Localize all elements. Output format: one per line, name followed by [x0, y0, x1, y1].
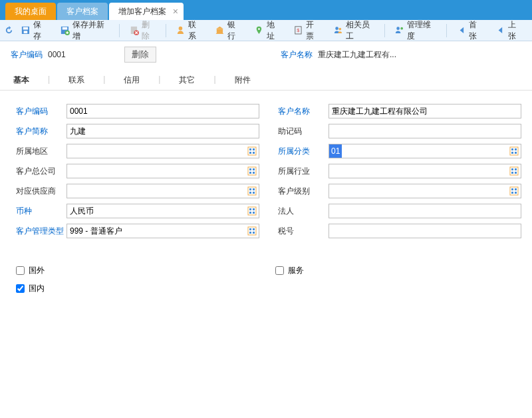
field-label: 所属地区 — [11, 146, 66, 157]
refresh-icon[interactable] — [4, 25, 14, 36]
svg-rect-22 — [253, 152, 255, 154]
sub-tab-credit[interactable]: 信用 — [121, 71, 142, 90]
customer-code-value: 0001 — [48, 50, 66, 59]
lookup-button[interactable] — [245, 144, 259, 158]
save-and-new-button[interactable]: 保存并新增 — [55, 17, 115, 44]
delete-icon — [129, 25, 139, 36]
field-mgmt-type: 客户管理类型 — [11, 224, 259, 238]
domestic-checkbox[interactable] — [16, 284, 25, 293]
sub-tab-attach[interactable]: 附件 — [232, 71, 253, 90]
dimension-button[interactable]: 管理维度 — [389, 17, 442, 44]
bank-button[interactable]: 银行 — [209, 17, 247, 44]
svg-rect-25 — [515, 148, 517, 150]
invoice-button[interactable]: $ 开票 — [288, 17, 326, 44]
sub-tab-other[interactable]: 其它 — [176, 71, 198, 90]
contact-icon — [176, 25, 186, 36]
customer-short-input[interactable] — [66, 124, 259, 138]
svg-rect-36 — [511, 172, 513, 174]
level-input[interactable] — [329, 184, 521, 198]
mnemonic-input[interactable] — [329, 124, 521, 138]
contact-button[interactable]: 联系 — [170, 17, 208, 44]
tab-add-customer-archive[interactable]: 增加客户档案 × — [109, 3, 184, 20]
first-page-button[interactable]: 首张 — [451, 17, 489, 44]
svg-rect-42 — [253, 192, 255, 194]
svg-rect-4 — [63, 27, 67, 30]
region-input[interactable] — [66, 144, 259, 158]
field-customer-name: 客户名称 — [273, 104, 521, 118]
svg-rect-33 — [510, 167, 518, 175]
svg-rect-1 — [23, 27, 28, 30]
field-label: 客户名称 — [273, 106, 329, 117]
customer-code-input[interactable] — [66, 104, 259, 118]
prev-page-button[interactable]: 上张 — [490, 17, 528, 44]
svg-rect-29 — [249, 168, 251, 170]
toolbar: 保存 保存并新增 删除 联系 银行 地址 $ 开票 相关员工 管理维度 首张 — [0, 20, 532, 41]
toolbar-label: 银行 — [227, 19, 242, 42]
tab-desktop[interactable]: 我的桌面 — [5, 3, 56, 20]
field-label: 币种 — [11, 206, 66, 217]
field-category: 所属分类 01 — [273, 144, 521, 158]
header-delete-button[interactable]: 删除 — [124, 47, 156, 63]
toolbar-label: 删除 — [142, 19, 156, 42]
toolbar-label: 管理维度 — [407, 19, 437, 42]
svg-rect-20 — [253, 148, 255, 150]
svg-rect-53 — [248, 227, 256, 235]
lookup-button[interactable] — [507, 184, 521, 198]
field-tax: 税号 — [273, 224, 521, 238]
lookup-button[interactable] — [245, 164, 259, 178]
svg-rect-9 — [217, 29, 223, 34]
industry-input[interactable] — [329, 164, 521, 178]
legal-input[interactable] — [329, 204, 521, 218]
hq-input[interactable] — [66, 164, 259, 178]
field-level: 客户级别 — [273, 184, 521, 198]
field-label: 客户级别 — [273, 186, 329, 197]
svg-rect-34 — [511, 168, 513, 170]
first-icon — [456, 25, 466, 36]
svg-rect-48 — [248, 207, 256, 215]
svg-rect-31 — [249, 172, 251, 174]
address-button[interactable]: 地址 — [249, 17, 287, 44]
mgmt-type-input[interactable] — [66, 224, 259, 238]
supplier-input[interactable] — [66, 184, 259, 198]
customer-name-input[interactable] — [329, 104, 521, 118]
tax-input[interactable] — [329, 224, 521, 238]
lookup-button[interactable] — [507, 144, 521, 158]
svg-rect-28 — [248, 167, 256, 175]
staff-button[interactable]: 相关员工 — [328, 17, 381, 44]
service-checkbox[interactable] — [275, 266, 284, 275]
svg-rect-45 — [515, 188, 517, 190]
svg-text:$: $ — [297, 27, 300, 33]
foreign-checkbox[interactable] — [16, 266, 25, 275]
lookup-button[interactable] — [245, 204, 259, 218]
svg-rect-26 — [511, 152, 513, 154]
field-label: 税号 — [273, 226, 329, 237]
category-selected-value: 01 — [329, 144, 342, 158]
svg-rect-54 — [249, 228, 251, 230]
toolbar-separator — [384, 24, 385, 37]
svg-rect-2 — [24, 31, 28, 33]
address-icon — [254, 25, 264, 36]
lookup-button[interactable] — [245, 224, 259, 238]
field-label: 所属分类 — [273, 146, 329, 157]
field-legal: 法人 — [273, 204, 521, 218]
save-button[interactable]: 保存 — [15, 17, 53, 44]
sub-tab-basic[interactable]: 基本 — [11, 71, 32, 90]
checkbox-foreign: 国外 — [16, 265, 262, 276]
svg-rect-38 — [248, 187, 256, 195]
checkbox-domestic: 国内 — [16, 283, 262, 294]
svg-rect-24 — [511, 148, 513, 150]
svg-rect-50 — [253, 208, 255, 210]
tab-label: 增加客户档案 — [118, 6, 166, 17]
category-input[interactable] — [329, 144, 521, 158]
svg-rect-47 — [515, 192, 517, 194]
tab-customer-archive[interactable]: 客户档案 — [57, 3, 108, 20]
lookup-button[interactable] — [507, 164, 521, 178]
sub-tab-contact[interactable]: 联系 — [66, 71, 87, 90]
field-label: 对应供应商 — [11, 186, 66, 197]
field-label: 客户编码 — [11, 106, 66, 117]
close-icon[interactable]: × — [173, 6, 178, 17]
lookup-button[interactable] — [245, 184, 259, 198]
field-label: 法人 — [273, 206, 329, 217]
svg-rect-23 — [510, 147, 518, 155]
currency-input[interactable] — [66, 204, 259, 218]
